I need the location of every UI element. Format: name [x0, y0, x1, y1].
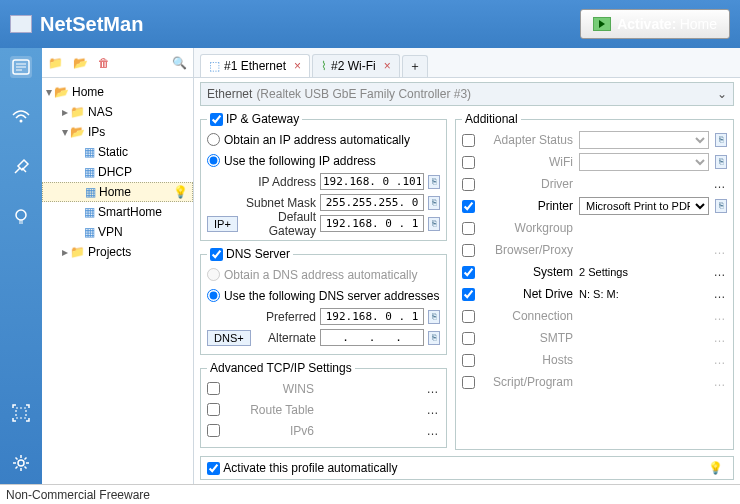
activate-auto-check[interactable]	[207, 462, 220, 475]
status-bar: Non-Commercial Freeware	[0, 484, 740, 504]
nav-settings-icon[interactable]	[10, 452, 32, 474]
content-panel: ⬚#1 Ethernet× ⌇#2 Wi-Fi× ＋ Ethernet(Real…	[194, 48, 740, 484]
netdrive-check[interactable]	[462, 288, 475, 301]
svg-point-4	[20, 120, 23, 123]
ethernet-icon: ⬚	[209, 59, 220, 73]
play-icon	[593, 17, 611, 31]
netdrive-more[interactable]: …	[713, 287, 727, 301]
ip-address-input[interactable]	[320, 173, 424, 190]
nav-idea-icon[interactable]	[10, 206, 32, 228]
printer-select[interactable]: Microsoft Print to PDF	[579, 197, 709, 215]
dns-pref-input[interactable]	[320, 308, 424, 325]
driver-check[interactable]	[462, 178, 475, 191]
ip-auto-radio[interactable]	[207, 133, 220, 146]
ip-gateway-group: IP & Gateway Obtain an IP address automa…	[200, 112, 447, 241]
wifi-select	[579, 153, 709, 171]
title-bar: NetSetMan Activate: Home	[0, 0, 740, 48]
dns-plus-button[interactable]: DNS+	[207, 330, 251, 346]
ip-manual-radio[interactable]	[207, 154, 220, 167]
tab-wifi[interactable]: ⌇#2 Wi-Fi×	[312, 54, 400, 77]
tree-node-home-root[interactable]: ▾📂Home	[42, 82, 193, 102]
svg-point-9	[18, 460, 24, 466]
adapter-check[interactable]	[462, 134, 475, 147]
wins-more[interactable]: …	[426, 382, 440, 396]
svg-rect-8	[16, 408, 26, 418]
nav-profiles-icon[interactable]	[10, 56, 32, 78]
system-check[interactable]	[462, 266, 475, 279]
tree-node-static[interactable]: ▦Static	[42, 142, 193, 162]
hosts-check[interactable]	[462, 354, 475, 367]
proxy-more[interactable]: …	[713, 243, 727, 257]
tree-node-dhcp[interactable]: ▦DHCP	[42, 162, 193, 182]
app-logo-icon	[10, 15, 32, 33]
script-more[interactable]: …	[713, 375, 727, 389]
connection-check[interactable]	[462, 310, 475, 323]
workgroup-check[interactable]	[462, 222, 475, 235]
tree-search-icon[interactable]: 🔍	[172, 56, 187, 70]
driver-more[interactable]: …	[713, 177, 727, 191]
left-nav	[0, 48, 42, 484]
connection-more[interactable]: …	[713, 309, 727, 323]
additional-group: Additional Adapter Status⎘ WiFi⎘ Driver……	[455, 112, 734, 450]
subnet-mask-input[interactable]	[320, 194, 424, 211]
tree-node-ips[interactable]: ▾📂IPs	[42, 122, 193, 142]
dns-pref-extra-button[interactable]: ⎘	[428, 310, 440, 324]
tab-ethernet[interactable]: ⬚#1 Ethernet×	[200, 54, 310, 77]
ipv6-more[interactable]: …	[426, 424, 440, 438]
chevron-down-icon: ⌄	[717, 87, 727, 101]
nic-selector[interactable]: Ethernet(Realtek USB GbE Family Controll…	[200, 82, 734, 106]
activate-auto-row: Activate this profile automatically 💡	[200, 456, 734, 480]
tree-node-smarthome[interactable]: ▦SmartHome	[42, 202, 193, 222]
ip-plus-button[interactable]: IP+	[207, 216, 238, 232]
tree-node-projects[interactable]: ▸📁Projects	[42, 242, 193, 262]
tree-toolbar: 📁 📂 🗑 🔍	[42, 48, 193, 78]
smtp-more[interactable]: …	[713, 331, 727, 345]
ip-extra-button[interactable]: ⎘	[428, 175, 440, 189]
adapter-select	[579, 131, 709, 149]
nav-fullscreen-icon[interactable]	[10, 402, 32, 424]
route-check[interactable]	[207, 403, 220, 416]
tree-panel: 📁 📂 🗑 🔍 ▾📂Home ▸📁NAS ▾📂IPs ▦Static ▦DHCP…	[42, 48, 194, 484]
tree-addchild-icon[interactable]: 📂	[73, 56, 88, 70]
smtp-check[interactable]	[462, 332, 475, 345]
bulb-icon[interactable]: 💡	[708, 461, 723, 475]
ipv6-check[interactable]	[207, 424, 220, 437]
tree-node-vpn[interactable]: ▦VPN	[42, 222, 193, 242]
wins-check[interactable]	[207, 382, 220, 395]
proxy-check[interactable]	[462, 244, 475, 257]
tab-add[interactable]: ＋	[402, 55, 428, 77]
dns-check[interactable]	[210, 248, 223, 261]
printer-check[interactable]	[462, 200, 475, 213]
dns-group: DNS Server Obtain a DNS address automati…	[200, 247, 447, 355]
tree-node-nas[interactable]: ▸📁NAS	[42, 102, 193, 122]
dns-alt-extra-button[interactable]: ⎘	[428, 331, 440, 345]
adapter-extra[interactable]: ⎘	[715, 133, 727, 147]
nav-tools-icon[interactable]	[10, 156, 32, 178]
dns-manual-radio[interactable]	[207, 289, 220, 302]
bulb-icon: 💡	[173, 185, 188, 199]
tree-delete-icon[interactable]: 🗑	[98, 56, 110, 70]
wifi-check[interactable]	[462, 156, 475, 169]
gw-extra-button[interactable]: ⎘	[428, 217, 440, 231]
mask-extra-button[interactable]: ⎘	[428, 196, 440, 210]
advanced-group: Advanced TCP/IP Settings WINS… Route Tab…	[200, 361, 447, 448]
script-check[interactable]	[462, 376, 475, 389]
route-more[interactable]: …	[426, 403, 440, 417]
wifi-extra[interactable]: ⎘	[715, 155, 727, 169]
app-title: NetSetMan	[40, 13, 143, 36]
system-more[interactable]: …	[713, 265, 727, 279]
ip-gw-check[interactable]	[210, 113, 223, 126]
tree-node-home[interactable]: ▦Home💡	[42, 182, 193, 202]
activate-button[interactable]: Activate: Home	[580, 9, 730, 39]
gateway-input[interactable]	[320, 215, 424, 232]
tree-add-icon[interactable]: 📁	[48, 56, 63, 70]
wifi-icon: ⌇	[321, 59, 327, 73]
dns-alt-input[interactable]	[320, 329, 424, 346]
nav-wifi-icon[interactable]	[10, 106, 32, 128]
nic-tabs: ⬚#1 Ethernet× ⌇#2 Wi-Fi× ＋	[194, 48, 740, 78]
plus-icon: ＋	[409, 58, 421, 75]
hosts-more[interactable]: …	[713, 353, 727, 367]
close-icon: ×	[384, 59, 391, 73]
printer-extra[interactable]: ⎘	[715, 199, 727, 213]
close-icon: ×	[294, 59, 301, 73]
